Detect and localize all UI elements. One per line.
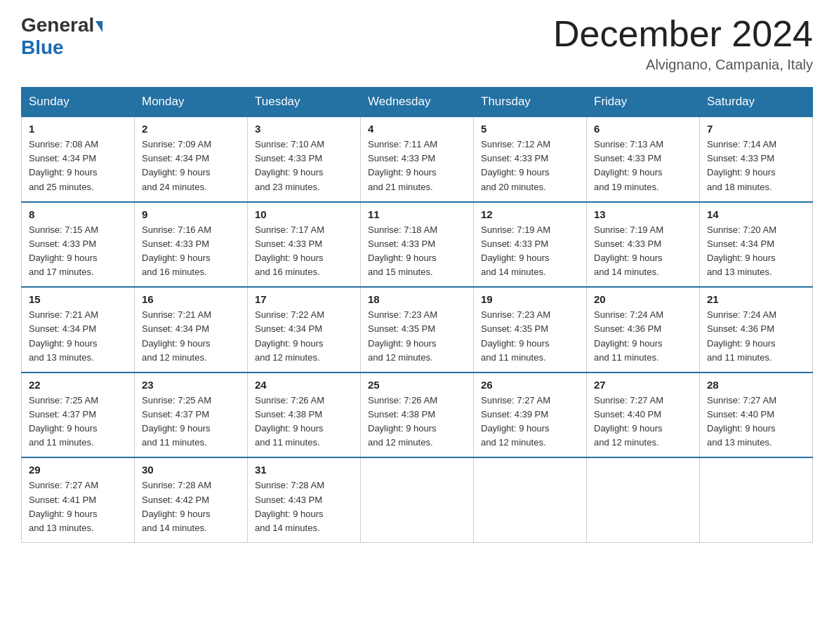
calendar-cell: 12 Sunrise: 7:19 AM Sunset: 4:33 PM Dayl…	[474, 202, 587, 288]
day-number: 29	[29, 464, 127, 476]
day-info: Sunrise: 7:09 AM Sunset: 4:34 PM Dayligh…	[142, 137, 240, 194]
day-number: 25	[368, 379, 466, 391]
calendar-cell: 9 Sunrise: 7:16 AM Sunset: 4:33 PM Dayli…	[135, 202, 248, 288]
day-info: Sunrise: 7:11 AM Sunset: 4:33 PM Dayligh…	[368, 137, 466, 194]
calendar-cell: 1 Sunrise: 7:08 AM Sunset: 4:34 PM Dayli…	[22, 116, 135, 202]
day-number: 8	[29, 208, 127, 220]
calendar-cell: 4 Sunrise: 7:11 AM Sunset: 4:33 PM Dayli…	[361, 116, 474, 202]
calendar-cell: 16 Sunrise: 7:21 AM Sunset: 4:34 PM Dayl…	[135, 287, 248, 373]
calendar-header-row: SundayMondayTuesdayWednesdayThursdayFrid…	[22, 88, 813, 117]
day-info: Sunrise: 7:21 AM Sunset: 4:34 PM Dayligh…	[29, 308, 127, 365]
day-info: Sunrise: 7:28 AM Sunset: 4:42 PM Dayligh…	[142, 478, 240, 535]
calendar-week-row: 1 Sunrise: 7:08 AM Sunset: 4:34 PM Dayli…	[22, 116, 813, 202]
page-header: General Blue December 2024 Alvignano, Ca…	[21, 14, 813, 73]
day-number: 3	[255, 123, 353, 135]
calendar-cell	[474, 457, 587, 542]
day-info: Sunrise: 7:24 AM Sunset: 4:36 PM Dayligh…	[707, 308, 805, 365]
day-number: 5	[481, 123, 579, 135]
calendar-cell: 18 Sunrise: 7:23 AM Sunset: 4:35 PM Dayl…	[361, 287, 474, 373]
calendar-cell: 6 Sunrise: 7:13 AM Sunset: 4:33 PM Dayli…	[587, 116, 700, 202]
day-number: 10	[255, 208, 353, 220]
calendar-cell	[587, 457, 700, 542]
day-number: 21	[707, 293, 805, 305]
calendar-table: SundayMondayTuesdayWednesdayThursdayFrid…	[21, 87, 813, 543]
calendar-cell: 21 Sunrise: 7:24 AM Sunset: 4:36 PM Dayl…	[700, 287, 813, 373]
day-info: Sunrise: 7:14 AM Sunset: 4:33 PM Dayligh…	[707, 137, 805, 194]
calendar-cell: 2 Sunrise: 7:09 AM Sunset: 4:34 PM Dayli…	[135, 116, 248, 202]
title-block: December 2024 Alvignano, Campania, Italy	[553, 14, 813, 73]
day-info: Sunrise: 7:26 AM Sunset: 4:38 PM Dayligh…	[368, 394, 466, 450]
weekday-header-wednesday: Wednesday	[361, 88, 474, 117]
day-info: Sunrise: 7:19 AM Sunset: 4:33 PM Dayligh…	[481, 223, 579, 280]
day-number: 12	[481, 208, 579, 220]
calendar-cell: 11 Sunrise: 7:18 AM Sunset: 4:33 PM Dayl…	[361, 202, 474, 288]
weekday-header-thursday: Thursday	[474, 88, 587, 117]
day-info: Sunrise: 7:12 AM Sunset: 4:33 PM Dayligh…	[481, 137, 579, 194]
calendar-cell: 28 Sunrise: 7:27 AM Sunset: 4:40 PM Dayl…	[700, 373, 813, 458]
calendar-cell: 26 Sunrise: 7:27 AM Sunset: 4:39 PM Dayl…	[474, 373, 587, 458]
day-number: 23	[142, 379, 240, 391]
day-number: 17	[255, 293, 353, 305]
day-number: 11	[368, 208, 466, 220]
calendar-cell: 14 Sunrise: 7:20 AM Sunset: 4:34 PM Dayl…	[700, 202, 813, 288]
day-info: Sunrise: 7:15 AM Sunset: 4:33 PM Dayligh…	[29, 223, 127, 280]
day-info: Sunrise: 7:27 AM Sunset: 4:40 PM Dayligh…	[707, 394, 805, 450]
calendar-cell: 20 Sunrise: 7:24 AM Sunset: 4:36 PM Dayl…	[587, 287, 700, 373]
day-number: 13	[594, 208, 692, 220]
logo-general-text: General	[21, 14, 94, 36]
calendar-cell: 31 Sunrise: 7:28 AM Sunset: 4:43 PM Dayl…	[248, 457, 361, 542]
calendar-cell: 22 Sunrise: 7:25 AM Sunset: 4:37 PM Dayl…	[22, 373, 135, 458]
calendar-cell	[361, 457, 474, 542]
day-info: Sunrise: 7:27 AM Sunset: 4:39 PM Dayligh…	[481, 394, 579, 450]
calendar-cell: 30 Sunrise: 7:28 AM Sunset: 4:42 PM Dayl…	[135, 457, 248, 542]
day-info: Sunrise: 7:13 AM Sunset: 4:33 PM Dayligh…	[594, 137, 692, 194]
day-info: Sunrise: 7:21 AM Sunset: 4:34 PM Dayligh…	[142, 308, 240, 365]
day-info: Sunrise: 7:23 AM Sunset: 4:35 PM Dayligh…	[481, 308, 579, 365]
day-info: Sunrise: 7:27 AM Sunset: 4:41 PM Dayligh…	[29, 478, 127, 535]
day-number: 18	[368, 293, 466, 305]
weekday-header-tuesday: Tuesday	[248, 88, 361, 117]
day-info: Sunrise: 7:20 AM Sunset: 4:34 PM Dayligh…	[707, 223, 805, 280]
calendar-cell: 15 Sunrise: 7:21 AM Sunset: 4:34 PM Dayl…	[22, 287, 135, 373]
calendar-cell: 10 Sunrise: 7:17 AM Sunset: 4:33 PM Dayl…	[248, 202, 361, 288]
day-number: 6	[594, 123, 692, 135]
calendar-cell: 17 Sunrise: 7:22 AM Sunset: 4:34 PM Dayl…	[248, 287, 361, 373]
weekday-header-monday: Monday	[135, 88, 248, 117]
day-info: Sunrise: 7:16 AM Sunset: 4:33 PM Dayligh…	[142, 223, 240, 280]
calendar-cell: 7 Sunrise: 7:14 AM Sunset: 4:33 PM Dayli…	[700, 116, 813, 202]
day-number: 28	[707, 379, 805, 391]
calendar-week-row: 8 Sunrise: 7:15 AM Sunset: 4:33 PM Dayli…	[22, 202, 813, 288]
location-text: Alvignano, Campania, Italy	[553, 57, 813, 73]
day-info: Sunrise: 7:26 AM Sunset: 4:38 PM Dayligh…	[255, 394, 353, 450]
calendar-cell: 27 Sunrise: 7:27 AM Sunset: 4:40 PM Dayl…	[587, 373, 700, 458]
day-number: 15	[29, 293, 127, 305]
day-info: Sunrise: 7:19 AM Sunset: 4:33 PM Dayligh…	[594, 223, 692, 280]
calendar-cell: 5 Sunrise: 7:12 AM Sunset: 4:33 PM Dayli…	[474, 116, 587, 202]
day-info: Sunrise: 7:22 AM Sunset: 4:34 PM Dayligh…	[255, 308, 353, 365]
day-info: Sunrise: 7:25 AM Sunset: 4:37 PM Dayligh…	[142, 394, 240, 450]
logo-triangle-icon	[95, 21, 102, 32]
day-info: Sunrise: 7:10 AM Sunset: 4:33 PM Dayligh…	[255, 137, 353, 194]
day-number: 7	[707, 123, 805, 135]
day-number: 14	[707, 208, 805, 220]
logo-blue-text: Blue	[21, 36, 64, 59]
calendar-cell: 23 Sunrise: 7:25 AM Sunset: 4:37 PM Dayl…	[135, 373, 248, 458]
calendar-cell	[700, 457, 813, 542]
day-number: 4	[368, 123, 466, 135]
day-number: 27	[594, 379, 692, 391]
calendar-cell: 3 Sunrise: 7:10 AM Sunset: 4:33 PM Dayli…	[248, 116, 361, 202]
calendar-cell: 29 Sunrise: 7:27 AM Sunset: 4:41 PM Dayl…	[22, 457, 135, 542]
day-number: 24	[255, 379, 353, 391]
logo: General Blue	[21, 14, 102, 59]
calendar-week-row: 15 Sunrise: 7:21 AM Sunset: 4:34 PM Dayl…	[22, 287, 813, 373]
day-number: 30	[142, 464, 240, 476]
calendar-week-row: 29 Sunrise: 7:27 AM Sunset: 4:41 PM Dayl…	[22, 457, 813, 542]
weekday-header-sunday: Sunday	[22, 88, 135, 117]
day-info: Sunrise: 7:08 AM Sunset: 4:34 PM Dayligh…	[29, 137, 127, 194]
calendar-week-row: 22 Sunrise: 7:25 AM Sunset: 4:37 PM Dayl…	[22, 373, 813, 458]
day-number: 31	[255, 464, 353, 476]
day-number: 26	[481, 379, 579, 391]
day-info: Sunrise: 7:27 AM Sunset: 4:40 PM Dayligh…	[594, 394, 692, 450]
day-number: 1	[29, 123, 127, 135]
day-number: 19	[481, 293, 579, 305]
